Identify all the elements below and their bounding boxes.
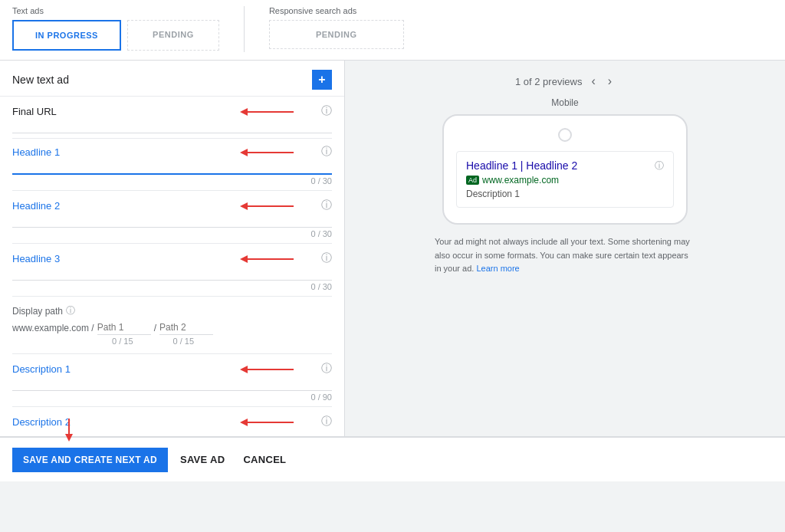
preview-note: Your ad might not always include all you… (435, 235, 695, 276)
device-label: Mobile (357, 97, 773, 108)
svg-marker-7 (240, 255, 248, 263)
responsive-ads-column: Responsive search ads PENDING (269, 6, 404, 49)
preview-header: 1 of 2 previews ‹ › (357, 73, 773, 90)
final-url-help-icon[interactable]: ⓘ (321, 104, 332, 118)
arrow-final-url (240, 103, 301, 121)
step-in-progress[interactable]: IN PROGRESS (12, 20, 121, 51)
ad-description: Description 1 (466, 189, 664, 199)
path2-count: 0 / 15 (173, 337, 195, 346)
save-ad-button[interactable]: SAVE AD (174, 447, 231, 472)
ad-badge: Ad (466, 176, 479, 185)
path-counts-row: 0 / 15 0 / 15 (12, 337, 332, 346)
headline1-char-count: 0 / 30 (12, 175, 332, 187)
arrow-description1 (240, 360, 301, 379)
arrow-headline2 (240, 197, 301, 215)
headline1-wrapper: Headline 1 ⓘ 0 / 30 (12, 139, 332, 189)
panel-header: New text ad + (0, 61, 344, 97)
description1-char-count: 0 / 90 (12, 391, 332, 403)
headline3-help-icon[interactable]: ⓘ (321, 251, 332, 265)
base-url: www.example.com / (12, 323, 94, 333)
headline2-help-icon[interactable]: ⓘ (321, 199, 332, 212)
right-panel: 1 of 2 previews ‹ › Mobile Headline 1 | … (345, 61, 785, 436)
final-url-wrapper: Final URL ⓘ (12, 97, 332, 139)
headline3-char-count: 0 / 30 (12, 281, 332, 293)
arrow-headline1 (240, 143, 301, 162)
phone-frame: Headline 1 | Headline 2 ⓘ Ad www.example… (442, 114, 688, 225)
section-separator (244, 6, 245, 52)
divider-h3 (12, 296, 332, 297)
description1-help-icon[interactable]: ⓘ (321, 362, 332, 376)
svg-marker-3 (240, 149, 248, 156)
description1-wrapper: Description 1 ⓘ 0 / 90 (12, 356, 332, 405)
cancel-button[interactable]: CANCEL (237, 447, 292, 472)
panel-title: New text ad (12, 74, 69, 86)
ad-headline-row: Headline 1 | Headline 2 ⓘ (466, 159, 664, 172)
svg-marker-9 (240, 366, 248, 373)
divider-dp (12, 353, 332, 354)
add-button[interactable]: + (312, 70, 332, 90)
headline2-wrapper: Headline 2 ⓘ 0 / 30 (12, 192, 332, 241)
responsive-ads-label: Responsive search ads (269, 6, 404, 15)
left-panel: New text ad + Final URL ⓘ (0, 61, 345, 436)
step-pending-1[interactable]: PENDING (127, 20, 219, 51)
svg-marker-11 (240, 419, 248, 426)
ad-url: www.example.com (482, 175, 559, 186)
headline1-help-icon[interactable]: ⓘ (321, 145, 332, 159)
arrow-save-button (46, 419, 92, 442)
bottom-bar: SAVE AND CREATE NEXT AD SAVE AD CANCEL (0, 436, 785, 481)
divider-h2 (12, 243, 332, 244)
path1-count: 0 / 15 (112, 337, 133, 346)
headline2-char-count: 0 / 30 (12, 228, 332, 240)
learn-more-link[interactable]: Learn more (476, 264, 519, 273)
display-path-section: Display path ⓘ www.example.com / / 0 / 1… (12, 298, 332, 352)
next-preview-btn[interactable]: › (605, 73, 615, 90)
path-separator: / (154, 323, 156, 333)
top-section: Text ads IN PROGRESS PENDING Responsive … (0, 0, 785, 61)
ad-headline: Headline 1 | Headline 2 (466, 159, 577, 172)
arrow-headline3 (240, 250, 301, 268)
path-row: www.example.com / / (12, 320, 332, 335)
description2-help-icon[interactable]: ⓘ (321, 415, 332, 429)
ad-preview-card: Headline 1 | Headline 2 ⓘ Ad www.example… (456, 151, 674, 208)
path1-input[interactable] (97, 320, 151, 335)
display-path-label: Display path ⓘ (12, 304, 332, 317)
display-path-help-icon[interactable]: ⓘ (66, 304, 75, 317)
svg-marker-13 (65, 434, 73, 442)
text-ads-label: Text ads (12, 6, 219, 15)
form-area: Final URL ⓘ Headline 1 ⓘ 0 / 30 (0, 97, 344, 436)
path2-input[interactable] (159, 320, 213, 335)
ad-info-icon[interactable]: ⓘ (655, 159, 664, 172)
arrow-description2 (240, 413, 301, 432)
divider-h1 (12, 190, 332, 191)
headline3-wrapper: Headline 3 ⓘ 0 / 30 (12, 245, 332, 294)
preview-count: 1 of 2 previews (515, 76, 582, 87)
text-ads-column: Text ads IN PROGRESS PENDING (12, 6, 219, 51)
step-pending-2[interactable]: PENDING (269, 20, 404, 49)
phone-notch (558, 128, 572, 142)
svg-marker-5 (240, 202, 248, 210)
divider-d1 (12, 406, 332, 407)
ad-url-row: Ad www.example.com (466, 175, 664, 186)
prev-preview-btn[interactable]: ‹ (588, 73, 598, 90)
svg-marker-1 (240, 108, 248, 116)
main-content: New text ad + Final URL ⓘ (0, 61, 785, 436)
save-create-next-button[interactable]: SAVE AND CREATE NEXT AD (12, 448, 168, 472)
